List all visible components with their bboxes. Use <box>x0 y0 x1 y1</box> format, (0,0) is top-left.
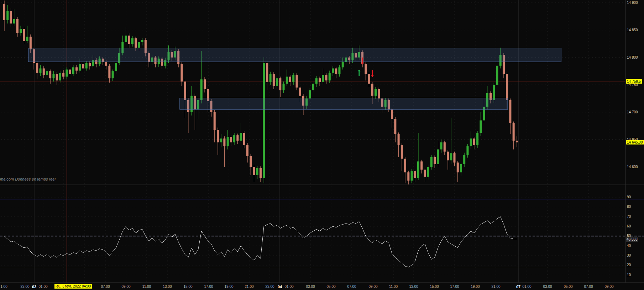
supply-demand-zone[interactable] <box>180 98 508 109</box>
candle-body <box>105 62 107 66</box>
candle-body <box>286 77 288 84</box>
time-tick-label: 15:00 <box>430 285 439 289</box>
oscillator-axis-label: 80 <box>627 205 631 209</box>
time-tick-label: 11:00 <box>142 285 151 289</box>
time-tick-label: 17:00 <box>204 285 213 289</box>
candle-body <box>371 84 373 96</box>
candle-body <box>30 37 32 49</box>
candle-body <box>220 139 222 143</box>
candle-body <box>335 69 337 74</box>
candle-body <box>135 38 137 48</box>
sell-arrow-icon <box>371 70 374 77</box>
oscillator-axis-label: 30 <box>627 253 631 258</box>
candle-body <box>513 123 515 141</box>
candle-body <box>52 74 54 78</box>
candle-body <box>509 100 511 123</box>
candle-body <box>309 90 311 98</box>
oscillator-layer <box>4 217 517 267</box>
candle-body <box>79 64 81 70</box>
candle-body <box>23 29 25 41</box>
time-tick-label: 07:00 <box>101 285 110 289</box>
candle-body <box>398 134 400 145</box>
time-tick-label: 11:00 <box>389 285 398 289</box>
candle-body <box>375 89 377 96</box>
candle-body <box>315 78 318 84</box>
time-tick-label: 05:00 <box>564 285 572 289</box>
candle-body <box>450 153 452 160</box>
candle-body <box>329 73 331 81</box>
candle-body <box>365 64 367 74</box>
rsi-line <box>4 217 517 267</box>
candle-body <box>72 67 74 74</box>
time-tick-label: 19:00 <box>224 285 233 289</box>
time-tick-label: 07 <box>516 285 520 289</box>
oscillator-axis-label: 90 <box>627 195 631 199</box>
candle-body <box>223 139 225 146</box>
candle-body <box>279 78 281 90</box>
candle-body <box>476 133 478 145</box>
candle-body <box>20 29 22 33</box>
buy-arrow-icon <box>358 70 361 76</box>
time-tick-label: 23:00 <box>20 285 29 289</box>
candle-body <box>253 167 255 175</box>
candle-body <box>424 170 426 177</box>
candle-body <box>454 153 456 162</box>
candle-body <box>43 69 45 75</box>
candle-body <box>440 142 443 149</box>
candle-body <box>256 168 258 175</box>
candle-body <box>233 135 235 142</box>
candle-body <box>295 75 298 87</box>
candle-body <box>69 70 71 74</box>
time-tick-label: 17:00 <box>450 285 459 289</box>
candle-body <box>62 73 64 77</box>
supply-demand-zone[interactable] <box>28 48 561 62</box>
candle-body <box>496 66 498 85</box>
candle-body <box>437 149 439 164</box>
oscillator-axis-label: 40 <box>627 244 631 248</box>
candle-body <box>217 130 219 142</box>
price-axis-label: 14 700 <box>627 110 638 114</box>
candle-body <box>131 38 133 44</box>
candle-body <box>480 120 482 133</box>
candle-body <box>204 79 206 89</box>
time-tick-label: 03:00 <box>306 285 315 289</box>
candle-body <box>85 63 88 68</box>
time-tick-label: 15:00 <box>183 285 192 289</box>
time-tick-label: 07:00 <box>347 285 356 289</box>
candle-body <box>10 11 12 23</box>
candle-body <box>506 74 508 100</box>
candle-body <box>246 145 248 156</box>
time-tick-label: 05:00 <box>326 285 335 289</box>
candle-body <box>112 71 114 78</box>
candle-body <box>312 84 314 90</box>
candle-body <box>322 75 324 82</box>
candle-body <box>243 133 245 145</box>
candle-body <box>200 79 203 100</box>
candle-body <box>457 162 459 172</box>
time-tick-label: 01:00 <box>522 285 531 289</box>
candle-body <box>368 74 370 84</box>
candle-body <box>338 67 340 74</box>
candle-body <box>516 141 518 143</box>
candle-body <box>414 171 416 178</box>
candle-body <box>260 168 262 178</box>
candle-body <box>89 63 91 66</box>
candle-body <box>40 69 42 73</box>
candle-body <box>250 156 252 167</box>
oscillator-axis-label: 60 <box>627 224 631 229</box>
time-tick-label: 13:00 <box>409 285 418 289</box>
trading-chart-window: me.com Données en temps réel 14 756,5 14… <box>0 0 644 290</box>
candle-body <box>214 112 216 130</box>
candle-body <box>273 74 275 86</box>
oscillator-axis-label: 20 <box>627 263 631 267</box>
time-tick-label: 23:00 <box>265 285 274 289</box>
candle-body <box>470 139 472 146</box>
candle-body <box>466 146 468 155</box>
candle-body <box>141 40 143 42</box>
candle-body <box>332 69 334 73</box>
crosshair-date-label: jeu. 3 févr. 2022 04:00 <box>54 284 92 289</box>
chart-canvas[interactable] <box>0 0 644 290</box>
candle-body <box>269 74 272 82</box>
candle-body <box>417 161 419 178</box>
time-tick-label: 09:00 <box>368 285 377 289</box>
